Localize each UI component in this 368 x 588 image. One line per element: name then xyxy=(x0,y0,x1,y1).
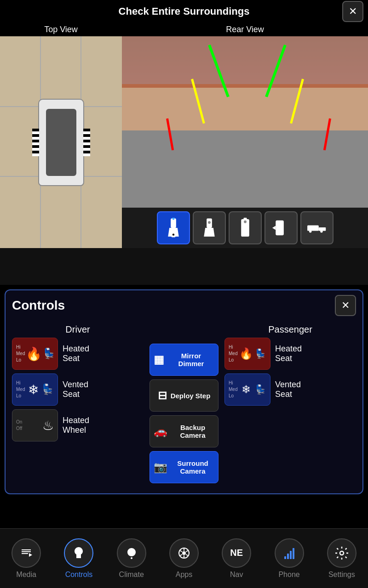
vented-seat-icon: ❄ xyxy=(28,382,39,397)
top-view-label: Top View xyxy=(0,23,122,36)
controls-section: Controls ✕ Driver HiMedLo 🔥 💺 HeatedSea xyxy=(0,285,368,499)
driver-heated-seat-button[interactable]: HiMedLo 🔥 💺 xyxy=(12,338,58,370)
rear-camera-feed xyxy=(122,36,368,208)
nav-item-nav[interactable]: NE Nav xyxy=(213,538,259,579)
controls-header: Controls ✕ xyxy=(12,295,356,316)
cam-btn-front[interactable] xyxy=(193,211,226,244)
heated-wheel-icon: ♨ xyxy=(42,418,54,433)
svg-line-27 xyxy=(179,554,182,556)
seat-level-labels: HiMedLo xyxy=(229,344,237,363)
controls-icon-circle xyxy=(64,538,93,568)
controls-close-button[interactable]: ✕ xyxy=(335,295,356,316)
surround-camera-icon: 📷 xyxy=(154,461,167,474)
camera-views-row: Top View Rear View xyxy=(0,23,368,248)
passenger-label: Passenger xyxy=(224,322,356,338)
deploy-step-label: Deploy Step xyxy=(171,392,211,400)
driver-heated-wheel-button[interactable]: OnOff ♨ xyxy=(12,409,58,441)
nav-item-apps[interactable]: Apps xyxy=(161,538,207,579)
camera-close-button[interactable]: ✕ xyxy=(342,1,363,22)
driver-heated-seat-label: HeatedSeat xyxy=(63,344,89,363)
seat-btn-row: OnOff ♨ xyxy=(16,418,54,433)
seat-icon: 💺 xyxy=(255,384,266,395)
nav-label: Nav xyxy=(230,571,243,579)
cam-btn-top[interactable] xyxy=(229,211,262,244)
cam-btn-rear[interactable] xyxy=(157,211,190,244)
controls-panel: Controls ✕ Driver HiMedLo 🔥 💺 HeatedSea xyxy=(5,289,363,494)
svg-point-19 xyxy=(128,550,129,551)
seat-level-labels: HiMedLo xyxy=(16,380,25,399)
surround-camera-label: Surround Camera xyxy=(171,459,214,475)
svg-line-24 xyxy=(186,550,188,552)
seat-btn-row: HiMedLo ❄ 💺 xyxy=(16,380,54,399)
seat-btn-row: HiMedLo 🔥 💺 xyxy=(16,344,54,363)
heated-seat-icon: 🔥 xyxy=(26,346,42,362)
nav-text: NE xyxy=(230,548,243,558)
passenger-vented-seat-row: HiMedLo ❄ 💺 VentedSeat xyxy=(224,373,356,406)
svg-rect-30 xyxy=(287,554,289,559)
passenger-vented-seat-button[interactable]: HiMedLo ❄ 💺 xyxy=(224,373,270,406)
phone-label: Phone xyxy=(278,571,299,579)
driver-column: Driver HiMedLo 🔥 💺 HeatedSeat xyxy=(12,322,144,487)
top-view-image xyxy=(0,36,122,248)
vented-seat-icon: ❄ xyxy=(242,383,251,396)
seat-icon: 💺 xyxy=(255,348,266,359)
deploy-step-icon: ⊟ xyxy=(158,389,167,402)
svg-point-33 xyxy=(340,551,344,555)
passenger-vented-seat-label: VentedSeat xyxy=(275,380,301,399)
rear-view-panel: Rear View xyxy=(122,23,368,248)
svg-point-17 xyxy=(320,230,323,233)
svg-rect-3 xyxy=(171,236,175,237)
driver-heated-seat-row: HiMedLo 🔥 💺 HeatedSeat xyxy=(12,338,144,370)
phone-icon-circle xyxy=(275,538,304,568)
camera-title: Check Entire Surroundings xyxy=(26,6,342,17)
backup-camera-button[interactable]: 🚗 Backup Camera xyxy=(150,415,218,447)
camera-toolbar xyxy=(122,208,368,248)
rear-view-label: Rear View xyxy=(122,23,368,36)
seat-btn-row: HiMedLo ❄ 💺 xyxy=(229,380,266,399)
backup-camera-icon: 🚗 xyxy=(154,425,167,438)
driver-label: Driver xyxy=(12,322,144,338)
nav-item-climate[interactable]: Climate xyxy=(109,538,155,579)
nav-item-phone[interactable]: Phone xyxy=(266,538,312,579)
mirror-dimmer-label: Mirror Dimmer xyxy=(168,352,214,368)
mirror-dimmer-icon: ▦ xyxy=(154,353,164,366)
climate-label: Climate xyxy=(119,571,144,579)
svg-point-18 xyxy=(131,557,132,559)
seat-icon: 💺 xyxy=(41,384,54,396)
svg-rect-29 xyxy=(284,556,286,559)
camera-header: Check Entire Surroundings ✕ xyxy=(0,0,368,23)
svg-rect-12 xyxy=(276,220,284,235)
nav-item-controls[interactable]: Controls xyxy=(56,538,102,579)
seat-level-labels: HiMedLo xyxy=(229,380,237,399)
svg-point-7 xyxy=(208,221,211,224)
svg-rect-0 xyxy=(171,218,176,228)
svg-point-22 xyxy=(182,551,186,555)
nav-item-settings[interactable]: Settings xyxy=(319,538,365,579)
center-column: ▦ Mirror Dimmer ⊟ Deploy Step 🚗 Backup C… xyxy=(147,322,221,487)
passenger-column: Passenger HiMedLo 🔥 💺 HeatedSeat xyxy=(224,322,356,487)
nav-item-media[interactable]: Media xyxy=(3,538,49,579)
cam-btn-truck[interactable] xyxy=(300,211,334,244)
svg-rect-32 xyxy=(293,548,294,559)
svg-line-28 xyxy=(179,550,182,552)
wheel-level-labels: OnOff xyxy=(16,419,22,432)
bottom-nav: Media Controls Climate xyxy=(0,528,368,588)
car-stripe-left xyxy=(32,129,39,156)
driver-vented-seat-button[interactable]: HiMedLo ❄ 💺 xyxy=(12,373,58,406)
top-view-panel: Top View xyxy=(0,23,122,248)
passenger-heated-seat-button[interactable]: HiMedLo 🔥 💺 xyxy=(224,338,270,370)
settings-icon-circle xyxy=(327,538,356,568)
svg-marker-13 xyxy=(272,226,275,230)
driver-vented-seat-label: VentedSeat xyxy=(63,380,88,399)
surround-camera-button[interactable]: 📷 Surround Camera xyxy=(150,451,218,483)
mirror-dimmer-button[interactable]: ▦ Mirror Dimmer xyxy=(150,344,218,376)
passenger-heated-seat-row: HiMedLo 🔥 💺 HeatedSeat xyxy=(224,338,356,370)
apps-label: Apps xyxy=(176,571,192,579)
svg-point-16 xyxy=(309,230,311,233)
deploy-step-button[interactable]: ⊟ Deploy Step xyxy=(150,379,218,412)
car-stripe-right xyxy=(83,129,90,156)
svg-rect-15 xyxy=(318,227,325,231)
driver-vented-seat-row: HiMedLo ❄ 💺 VentedSeat xyxy=(12,373,144,406)
cam-btn-side[interactable] xyxy=(264,211,298,244)
climate-icon-circle xyxy=(117,538,146,568)
